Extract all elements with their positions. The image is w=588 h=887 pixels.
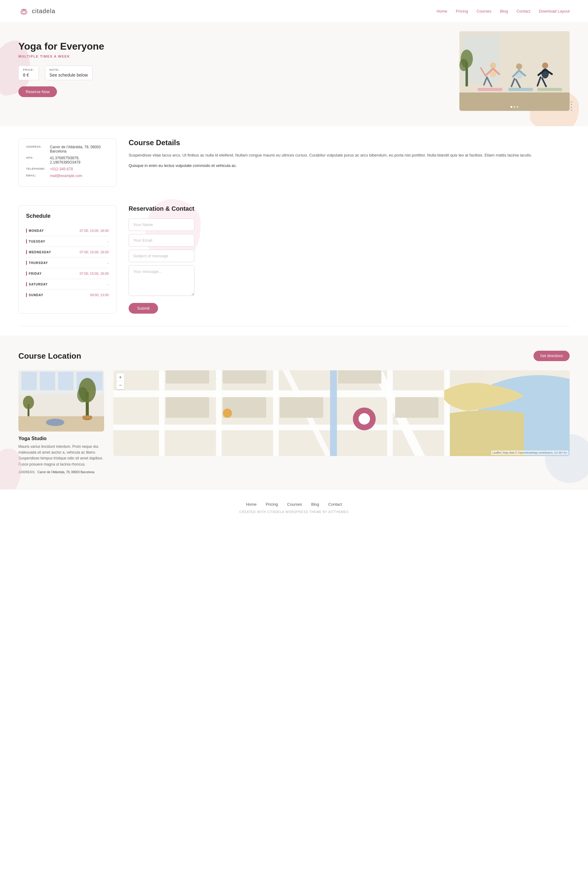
email-value: mail@example.com [50, 174, 82, 178]
footer-courses[interactable]: Courses [287, 502, 302, 507]
svg-rect-12 [537, 88, 562, 91]
email-input[interactable] [129, 234, 195, 246]
schedule-row-wednesday: WEDNESDAY 07:00, 15:00, 18:00 [26, 247, 109, 258]
footer-blog[interactable]: Blog [311, 502, 319, 507]
svg-rect-36 [58, 372, 74, 390]
day-bar [26, 261, 27, 265]
time-wednesday: 07:00, 15:00, 18:00 [80, 250, 109, 254]
course-title: Course Details [129, 138, 570, 147]
svg-point-87 [223, 408, 232, 418]
telephone-row: TELEPHONE: +012-345-678 [26, 167, 109, 171]
price-note-row: PRICE: 8 € NOTE: See schedule below [18, 66, 135, 80]
course-paragraph-1: Suspendisse vitae lacus arcu. Ut finibus… [129, 152, 570, 159]
svg-rect-35 [40, 372, 55, 390]
day-sunday: SUNDAY [29, 293, 43, 297]
logo[interactable]: citadela [18, 6, 56, 17]
message-textarea[interactable] [129, 265, 195, 296]
day-saturday: SATURDAY [29, 283, 48, 286]
svg-rect-63 [444, 370, 450, 456]
right-column: Course Details Suspendisse vitae lacus a… [129, 138, 570, 193]
schedule-row-friday: FRIDAY 07:00, 15:00, 18:00 [26, 268, 109, 279]
footer-home[interactable]: Home [246, 502, 256, 507]
footer-nav: Home Pricing Courses Blog Contact [18, 502, 570, 507]
map-controls: + − [116, 373, 124, 389]
address-label: ADDRESS: [26, 145, 48, 148]
map-zoom-in[interactable]: + [116, 373, 124, 381]
slide-dot-1[interactable] [510, 106, 512, 108]
logo-text: citadela [32, 8, 56, 15]
hero-subtitle: MULTIPLE TIMES A WEEK [18, 54, 135, 58]
day-bar [26, 250, 27, 254]
submit-button[interactable]: Submit [129, 303, 158, 314]
schedule-contact-row: Schedule MONDAY 07:00, 15:00, 18:00 TUES… [18, 205, 570, 314]
footer-copyright: CREATED WITH CITADELA WORDPRESS THEME BY… [18, 510, 570, 514]
svg-point-43 [77, 387, 88, 402]
blob-location-pink [0, 449, 21, 489]
gps-row: GPS: 41.3768575l3879, 2.19076395O3479 [26, 156, 109, 165]
location-header: Course Location Get directions [18, 351, 570, 361]
location-title: Course Location [18, 351, 81, 361]
schedule-row-monday: MONDAY 07:00, 15:00, 18:00 [26, 225, 109, 236]
gps-label: GPS: [26, 156, 48, 159]
nav-pricing[interactable]: Pricing [456, 9, 468, 14]
svg-rect-10 [478, 88, 502, 91]
nav-links: Home Pricing Courses Blog Contact Downlo… [437, 9, 570, 14]
map-attribution: Leaflet | Map data © OpenStreetMap contr… [491, 450, 568, 455]
slide-dot-3[interactable] [517, 106, 519, 108]
map-container: + − Leaflet | Map data © OpenStreetMap c… [113, 370, 570, 456]
dot [571, 107, 572, 108]
name-input[interactable] [129, 218, 195, 231]
time-friday: 07:00, 15:00, 18:00 [80, 272, 109, 275]
svg-rect-83 [330, 370, 337, 456]
hero-content: Yoga for Everyone MULTIPLE TIMES A WEEK … [18, 34, 135, 97]
message-field-group [129, 265, 195, 297]
contact-section: Reservation & Contact Submit [129, 205, 195, 314]
svg-point-27 [542, 63, 548, 69]
reserve-button[interactable]: Reserve Now [18, 86, 57, 97]
footer-pricing[interactable]: Pricing [266, 502, 278, 507]
hero-title: Yoga for Everyone [18, 41, 135, 52]
day-bar [26, 228, 27, 233]
svg-rect-59 [216, 370, 222, 456]
email-row: EMAIL: mail@example.com [26, 174, 109, 178]
svg-point-85 [358, 413, 370, 425]
email-label: EMAIL: [26, 174, 48, 177]
address-value: Carrer de l'Atlàntida, 78, 08003 Barcelo… [50, 145, 109, 153]
map-zoom-out[interactable]: − [116, 381, 124, 389]
subject-input[interactable] [129, 250, 195, 262]
svg-rect-48 [82, 416, 92, 419]
footer-contact[interactable]: Contact [328, 502, 342, 507]
gps-value: 41.3768575l3879, 2.19076395O3479 [50, 156, 109, 165]
day-bar [26, 293, 27, 297]
slider-dots [510, 106, 519, 108]
price-label: PRICE: [23, 68, 34, 71]
nav-blog[interactable]: Blog [500, 9, 508, 14]
day-bar [26, 239, 27, 243]
location-wrapper: Course Location Get directions [0, 326, 588, 489]
nav-download[interactable]: Download Layout [539, 9, 570, 14]
time-monday: 07:00, 15:00, 18:00 [80, 229, 109, 233]
svg-rect-60 [273, 370, 279, 456]
day-monday: MONDAY [29, 229, 44, 233]
studio-address-value: Carrer de l'Atlàntida, 78, 08003 Barcelo… [38, 470, 94, 474]
main-content: ADDRESS: Carrer de l'Atlàntida, 78, 0800… [0, 126, 588, 326]
slide-dot-2[interactable] [514, 106, 515, 108]
nav-home[interactable]: Home [437, 9, 447, 14]
directions-button[interactable]: Get directions [534, 351, 570, 361]
info-course-row: ADDRESS: Carrer de l'Atlàntida, 78, 0800… [18, 138, 570, 193]
dot [571, 101, 572, 103]
studio-address-row: ADDRESS: Carrer de l'Atlàntida, 78, 0800… [18, 470, 104, 474]
price-box: PRICE: 8 € [18, 66, 39, 80]
svg-point-14 [490, 63, 496, 69]
dot [571, 110, 572, 111]
studio-description: Mauris varius tincidunt interdum. Proin … [18, 444, 104, 467]
footer: Home Pricing Courses Blog Contact CREATE… [0, 489, 588, 520]
schedule-card: Schedule MONDAY 07:00, 15:00, 18:00 TUES… [18, 205, 116, 314]
svg-rect-66 [166, 370, 209, 383]
nav-courses[interactable]: Courses [477, 9, 491, 14]
left-column: ADDRESS: Carrer de l'Atlàntida, 78, 0800… [18, 138, 116, 193]
nav-contact[interactable]: Contact [517, 9, 530, 14]
svg-rect-77 [338, 370, 382, 383]
location-grid: Yoga Studio Mauris varius tincidunt inte… [18, 370, 570, 474]
svg-point-0 [21, 10, 27, 14]
